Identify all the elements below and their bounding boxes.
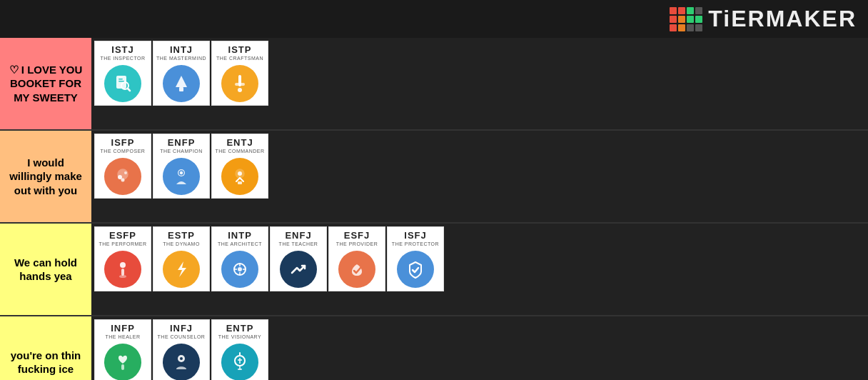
mbti-card-intj[interactable]: INTJ THE MASTERMIND — [153, 41, 210, 106]
mbti-card-entj[interactable]: ENTJ THE COMMANDER — [211, 134, 268, 199]
protector-icon — [397, 251, 434, 288]
tier-label-b: We can hold hands yea — [0, 224, 91, 315]
logo-grid — [670, 7, 702, 31]
mbti-card-esfj[interactable]: ESFJ THE PROVIDER — [328, 226, 385, 291]
tier-row-b: We can hold hands yea ESFP THE PERFORMER — [0, 224, 868, 316]
mbti-subtitle-istp: THE CRAFTSMAN — [216, 56, 263, 61]
svg-point-11 — [118, 175, 122, 179]
logo-dot — [695, 24, 702, 31]
provider-icon — [338, 251, 375, 288]
mbti-card-infj[interactable]: INFJ THE COUNSELOR — [153, 319, 210, 380]
svg-point-24 — [238, 267, 242, 271]
mbti-subtitle-istj: THE INSPECTOR — [100, 56, 145, 61]
logo-dot — [670, 16, 677, 23]
mbti-type-intp: INTP — [228, 230, 252, 241]
mbti-card-isfj[interactable]: ISFJ THE PROTECTOR — [387, 226, 444, 291]
svg-point-17 — [238, 171, 242, 176]
mbti-subtitle-entj: THE COMMANDER — [215, 149, 264, 154]
logo-dot — [695, 16, 702, 23]
tier-items-c: INFP THE HEALER INFJ THE COUNSELOR — [91, 316, 868, 380]
mbti-type-istp: ISTP — [228, 44, 252, 56]
mbti-card-intp[interactable]: INTP THE ARCHITECT — [211, 226, 268, 291]
mbti-subtitle-infp: THE HEALER — [106, 334, 141, 339]
svg-marker-5 — [176, 76, 187, 87]
app-container: TiERMAKER ♡ I LOVE YOU BOOKET FOR MY SWE… — [0, 0, 868, 380]
logo-dot — [670, 7, 677, 14]
mbti-type-estp: ESTP — [168, 230, 195, 241]
inspector-icon — [104, 65, 141, 102]
svg-point-9 — [238, 88, 242, 92]
tier-items-a: ISFP THE COMPOSER ENFP THE CHAMPION — [91, 131, 868, 222]
counselor-icon — [163, 344, 200, 380]
mbti-card-enfj[interactable]: ENFJ THE TEACHER — [270, 226, 327, 291]
mbti-subtitle-estp: THE DYNAMO — [163, 241, 200, 246]
svg-rect-6 — [179, 87, 183, 91]
mbti-type-isfj: ISFJ — [404, 230, 426, 241]
mbti-subtitle-infj: THE COUNSELOR — [158, 334, 206, 339]
logo-dot — [687, 16, 694, 23]
mbti-subtitle-intp: THE ARCHITECT — [218, 241, 262, 246]
tier-label-c: you're on thin fucking ice — [0, 316, 91, 380]
logo-dot — [678, 7, 685, 14]
mbti-type-infj: INFJ — [170, 323, 193, 334]
svg-point-19 — [120, 262, 126, 268]
mbti-card-istp[interactable]: ISTP THE CRAFTSMAN — [211, 41, 268, 106]
teacher-icon — [280, 251, 317, 288]
commander-icon — [221, 158, 258, 195]
svg-line-2 — [128, 89, 130, 91]
tier-row-c: you're on thin fucking ice INFP THE HEAL… — [0, 316, 868, 380]
logo-dot — [678, 16, 685, 23]
composer-icon — [104, 158, 141, 195]
mbti-card-infp[interactable]: INFP THE HEALER — [94, 319, 151, 380]
tiermaker-logo: TiERMAKER — [670, 6, 857, 32]
logo-text: TiERMAKER — [708, 6, 857, 32]
svg-rect-18 — [238, 181, 242, 184]
mastermind-icon — [163, 65, 200, 102]
mbti-card-entp[interactable]: ENTP THE VISIONARY — [211, 319, 268, 380]
mbti-type-entj: ENTJ — [226, 137, 253, 149]
tier-row-s: ♡ I LOVE YOU BOOKET FOR MY SWEETY ISTJ T… — [0, 38, 868, 131]
mbti-subtitle-esfj: THE PROVIDER — [336, 241, 378, 246]
tier-list: ♡ I LOVE YOU BOOKET FOR MY SWEETY ISTJ T… — [0, 38, 868, 380]
champion-icon — [163, 158, 200, 195]
mbti-subtitle-enfj: THE TEACHER — [279, 241, 318, 246]
mbti-type-enfj: ENFJ — [285, 230, 311, 241]
svg-point-21 — [119, 275, 126, 278]
logo-dot — [687, 24, 694, 31]
svg-rect-35 — [238, 369, 242, 370]
header: TiERMAKER — [0, 0, 868, 38]
logo-dot — [695, 7, 702, 14]
mbti-type-istj: ISTJ — [111, 44, 133, 56]
mbti-card-isfp[interactable]: ISFP THE COMPOSER — [94, 134, 151, 199]
svg-rect-20 — [121, 269, 124, 276]
mbti-card-estp[interactable]: ESTP THE DYNAMO — [153, 226, 210, 291]
mbti-subtitle-esfp: THE PERFORMER — [99, 241, 146, 246]
logo-dot — [670, 24, 677, 31]
mbti-type-entp: ENTP — [226, 323, 254, 334]
mbti-card-esfp[interactable]: ESFP THE PERFORMER — [94, 226, 151, 291]
tier-label-a: I would willingly make out with you — [0, 131, 91, 222]
tier-label-s: ♡ I LOVE YOU BOOKET FOR MY SWEETY — [0, 38, 91, 129]
svg-rect-4 — [118, 81, 124, 82]
tier-items-s: ISTJ THE INSPECTOR INTJ — [91, 38, 868, 129]
mbti-type-isfp: ISFP — [111, 137, 135, 149]
logo-dot — [687, 7, 694, 14]
tier-items-b: ESFP THE PERFORMER ESTP THE DYNAMO — [91, 224, 868, 315]
logo-dot — [678, 24, 685, 31]
mbti-card-enfp[interactable]: ENFP THE CHAMPION — [153, 134, 210, 199]
mbti-subtitle-intj: THE MASTERMIND — [156, 56, 206, 61]
mbti-subtitle-isfp: THE COMPOSER — [101, 149, 146, 154]
mbti-card-istj[interactable]: ISTJ THE INSPECTOR — [94, 41, 151, 106]
svg-rect-8 — [235, 83, 245, 86]
mbti-type-intj: INTJ — [170, 44, 193, 56]
performer-icon — [104, 251, 141, 288]
visionary-icon — [221, 344, 258, 380]
mbti-type-enfp: ENFP — [168, 137, 196, 149]
tier-row-a: I would willingly make out with you ISFP… — [0, 131, 868, 224]
dynamo-icon — [163, 251, 200, 288]
svg-point-12 — [124, 171, 127, 174]
svg-point-13 — [121, 178, 125, 181]
mbti-subtitle-enfp: THE CHAMPION — [160, 149, 203, 154]
mbti-type-esfj: ESFJ — [344, 230, 370, 241]
svg-rect-29 — [121, 364, 124, 370]
